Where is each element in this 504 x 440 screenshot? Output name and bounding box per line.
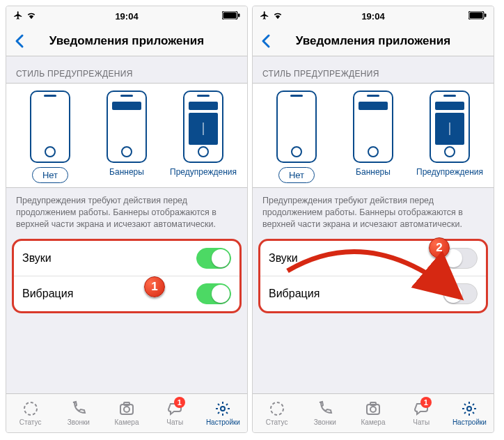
vibration-label: Вибрация bbox=[22, 288, 73, 300]
alert-style-alerts-label: Предупреждения bbox=[170, 167, 237, 177]
callout-marker-2: 2 bbox=[429, 237, 450, 258]
tab-chats[interactable]: 1 Чаты bbox=[397, 394, 446, 432]
alert-style-row: Нет Баннеры Предупреждения bbox=[6, 83, 247, 188]
screen-1: 19:04 Уведомления приложения СТИЛЬ ПРЕДУ… bbox=[6, 6, 248, 433]
alert-style-banners-label: Баннеры bbox=[356, 167, 391, 177]
svg-rect-10 bbox=[485, 13, 487, 17]
tab-status-label: Статус bbox=[266, 418, 288, 426]
svg-point-5 bbox=[124, 407, 129, 412]
wifi-icon bbox=[26, 10, 37, 22]
callout-marker-1: 1 bbox=[144, 276, 165, 297]
alert-style-banners[interactable]: Баннеры bbox=[88, 91, 165, 183]
tab-calls[interactable]: Звонки bbox=[54, 394, 102, 432]
vibration-toggle[interactable] bbox=[443, 283, 478, 304]
tab-bar: Статус Звонки Камера 1 Чаты Настройки bbox=[253, 393, 494, 432]
vibration-toggle[interactable] bbox=[196, 283, 231, 304]
chats-badge: 1 bbox=[174, 397, 185, 408]
svg-rect-1 bbox=[223, 12, 237, 18]
status-bar: 19:04 bbox=[6, 6, 247, 26]
airplane-icon bbox=[13, 10, 23, 22]
tab-chats-label: Чаты bbox=[166, 418, 183, 426]
tab-chats-label: Чаты bbox=[413, 418, 430, 426]
vibration-row: Вибрация bbox=[14, 276, 239, 311]
screen-2: 19:04 Уведомления приложения СТИЛЬ ПРЕДУ… bbox=[252, 6, 494, 433]
tab-settings[interactable]: Настройки bbox=[199, 394, 247, 432]
airplane-icon bbox=[260, 10, 269, 22]
nav-bar: Уведомления приложения bbox=[6, 26, 247, 56]
sounds-row: Звуки bbox=[14, 241, 239, 276]
tab-calls-label: Звонки bbox=[314, 418, 336, 426]
tab-calls-label: Звонки bbox=[68, 418, 90, 426]
tab-camera-label: Камера bbox=[115, 418, 139, 426]
clock: 19:04 bbox=[253, 11, 494, 22]
svg-point-15 bbox=[467, 407, 471, 411]
toggles-group: Звуки Вибрация bbox=[258, 239, 488, 313]
tab-camera[interactable]: Камера bbox=[349, 394, 397, 432]
chats-badge: 1 bbox=[420, 397, 432, 408]
toggles-group: Звуки Вибрация bbox=[12, 239, 242, 313]
tab-camera-label: Камера bbox=[361, 418, 386, 426]
svg-rect-9 bbox=[470, 12, 483, 18]
battery-icon bbox=[222, 11, 240, 22]
svg-point-13 bbox=[370, 407, 376, 412]
battery-icon bbox=[468, 11, 487, 22]
sounds-label: Звуки bbox=[269, 252, 298, 265]
svg-point-11 bbox=[271, 402, 283, 415]
alert-style-none-label: Нет bbox=[32, 167, 68, 183]
tab-status[interactable]: Статус bbox=[253, 394, 301, 432]
vibration-row: Вибрация bbox=[260, 276, 486, 311]
vibration-label: Вибрация bbox=[269, 288, 320, 300]
tab-status-label: Статус bbox=[19, 418, 42, 426]
page-title: Уведомления приложения bbox=[253, 34, 494, 48]
back-button[interactable] bbox=[258, 33, 275, 49]
tab-settings-label: Настройки bbox=[206, 418, 240, 426]
alert-style-alerts[interactable]: Предупреждения bbox=[411, 91, 488, 183]
alert-style-row: Нет Баннеры Предупреждения bbox=[253, 83, 494, 188]
tab-calls[interactable]: Звонки bbox=[301, 394, 349, 432]
tab-camera[interactable]: Камера bbox=[102, 394, 150, 432]
alert-style-none-label: Нет bbox=[278, 167, 315, 183]
svg-point-7 bbox=[221, 407, 225, 411]
page-title: Уведомления приложения bbox=[6, 34, 247, 48]
wifi-icon bbox=[272, 10, 283, 22]
alert-style-none[interactable]: Нет bbox=[12, 91, 88, 183]
status-bar: 19:04 bbox=[253, 6, 494, 26]
back-button[interactable] bbox=[12, 33, 29, 49]
alert-style-none[interactable]: Нет bbox=[258, 91, 335, 183]
sounds-label: Звуки bbox=[22, 252, 52, 265]
alert-style-banners-label: Баннеры bbox=[109, 167, 144, 177]
sounds-row: Звуки bbox=[260, 241, 486, 276]
tab-settings-label: Настройки bbox=[452, 418, 487, 426]
tab-bar: Статус Звонки Камера 1 Чаты Настройки bbox=[6, 393, 247, 432]
tab-settings[interactable]: Настройки bbox=[446, 394, 494, 432]
svg-rect-2 bbox=[238, 13, 240, 17]
alert-style-description: Предупреждения требуют действия перед пр… bbox=[253, 188, 494, 236]
clock: 19:04 bbox=[6, 11, 247, 22]
alert-style-alerts[interactable]: Предупреждения bbox=[165, 91, 242, 183]
alert-style-banners[interactable]: Баннеры bbox=[335, 91, 411, 183]
alert-style-header: СТИЛЬ ПРЕДУПРЕЖДЕНИЯ bbox=[6, 56, 247, 83]
sounds-toggle[interactable] bbox=[196, 248, 231, 269]
nav-bar: Уведомления приложения bbox=[253, 26, 494, 56]
alert-style-header: СТИЛЬ ПРЕДУПРЕЖДЕНИЯ bbox=[253, 56, 494, 83]
tab-chats[interactable]: 1 Чаты bbox=[151, 394, 199, 432]
alert-style-alerts-label: Предупреждения bbox=[416, 167, 483, 177]
alert-style-description: Предупреждения требуют действия перед пр… bbox=[6, 188, 247, 236]
tab-status[interactable]: Статус bbox=[6, 394, 54, 432]
svg-point-3 bbox=[24, 402, 37, 415]
